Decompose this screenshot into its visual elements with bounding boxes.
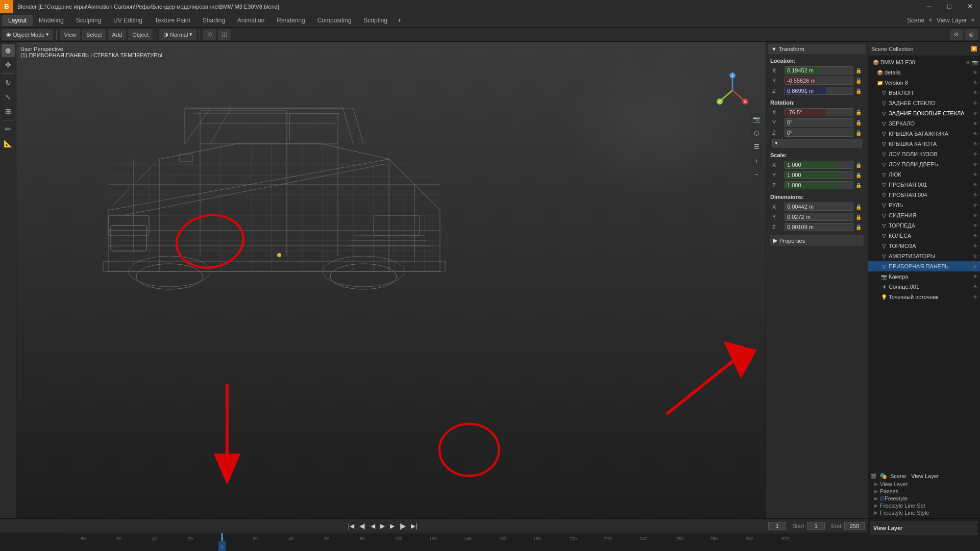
measure-tool[interactable]: 📐 xyxy=(2,137,15,150)
tab-layout[interactable]: Layout xyxy=(2,15,33,26)
view-layer-item-passes[interactable]: ▶ Passes xyxy=(870,488,978,495)
scale-y-field[interactable]: 1.000 xyxy=(785,171,853,179)
rotate-tool[interactable]: ↻ xyxy=(2,76,15,89)
outliner-item-details[interactable]: 📦 details 👁 xyxy=(868,67,980,78)
tab-modeling[interactable]: Modeling xyxy=(33,15,70,26)
move-tool[interactable]: ✥ xyxy=(2,58,15,71)
rot-z-field[interactable]: 0° xyxy=(785,129,853,137)
dim-x-field[interactable]: 0.00442 m xyxy=(785,203,853,211)
outliner-item-torpedo[interactable]: ▽ ТОРПЕДА 👁 xyxy=(868,220,980,231)
rot-y-field[interactable]: 0° xyxy=(785,118,853,127)
minimize-button[interactable]: ─ xyxy=(919,0,939,13)
outliner-item-dashboard[interactable]: ▽ ПРИБОРНАЯ ПАНЕЛЬ 👁 xyxy=(868,261,980,271)
outliner-item-suspension[interactable]: ▽ АМОРТИЗАТОРЫ 👁 xyxy=(868,251,980,261)
step-forward-button[interactable]: ▶ xyxy=(388,521,397,531)
jump-end-button[interactable]: ▶| xyxy=(409,521,419,531)
tab-rendering[interactable]: Rendering xyxy=(271,15,311,26)
freestyle-checkbox[interactable]: ☑ xyxy=(880,496,885,502)
visibility-icon-details[interactable]: 👁 xyxy=(973,70,978,76)
maximize-button[interactable]: □ xyxy=(939,0,960,13)
annotate-tool[interactable]: ✏ xyxy=(2,122,15,136)
object-mode-button[interactable]: ◉ Object Mode ▾ xyxy=(2,29,53,40)
properties-sub-header[interactable]: ▶ Properties xyxy=(770,235,864,246)
local-view-button[interactable]: ☰ xyxy=(750,141,763,153)
scale-z-field[interactable]: 1.000 xyxy=(785,181,853,189)
tab-scripting[interactable]: Scripting xyxy=(357,15,394,26)
dim-z-field[interactable]: 0.00109 m xyxy=(785,223,853,231)
outliner-item-rear-glass[interactable]: ▽ ЗАДНЕЕ СТЕКЛО 👁 xyxy=(868,98,980,108)
rot-y-lock[interactable]: 🔒 xyxy=(855,120,862,126)
transform-tool[interactable]: ⊞ xyxy=(2,105,15,118)
select-menu-button[interactable]: Select xyxy=(82,29,106,40)
cursor-tool[interactable]: ⊕ xyxy=(2,44,15,57)
prev-keyframe-button[interactable]: ◀| xyxy=(357,521,368,531)
scene-btn[interactable]: Scene xyxy=(890,473,906,479)
loc-z-field[interactable]: 0.86991 m xyxy=(785,87,853,95)
scale-y-lock[interactable]: 🔒 xyxy=(855,172,862,178)
view-layer-item-freestyle-linestyle[interactable]: ▶ Freestyle Line Style xyxy=(870,509,978,516)
dim-x-lock[interactable]: 🔒 xyxy=(855,204,862,210)
view-layer-btn[interactable]: View Layer xyxy=(911,473,939,479)
play-button[interactable]: ▶ xyxy=(378,521,387,531)
rot-z-lock[interactable]: 🔒 xyxy=(855,130,862,136)
viewport-overlay-button[interactable]: ⊡ xyxy=(203,29,216,40)
tab-shading[interactable]: Shading xyxy=(197,15,231,26)
view-layer-item-freestyle-lineset[interactable]: ▶ Freestyle Line Set xyxy=(870,502,978,509)
scale-tool[interactable]: ⤡ xyxy=(2,90,15,104)
viewport-3d[interactable]: User Perspective (1) ПРИБОРНАЯ ПАНЕЛЬ | … xyxy=(16,42,766,518)
tab-sculpting[interactable]: Sculpting xyxy=(70,15,107,26)
outliner-item-wheel[interactable]: ▽ РУЛЬ 👁 xyxy=(868,200,980,210)
close-button[interactable]: ✕ xyxy=(960,0,980,13)
tab-texture-paint[interactable]: Texture Paint xyxy=(149,15,197,26)
outliner-item-version8[interactable]: 📁 Version 8 👁 xyxy=(868,78,980,88)
scale-x-lock[interactable]: 🔒 xyxy=(855,162,862,168)
loc-x-field[interactable]: 0.19452 m xyxy=(785,66,853,74)
proportional-edit-button[interactable]: ◎ xyxy=(965,29,978,40)
outliner-item-side-glass[interactable]: ▽ ЗАДНИЕ БОКОВЫЕ СТЕКЛА 👁 xyxy=(868,108,980,118)
outliner-item-bmw[interactable]: 📦 BMW M3 E30 👁 📷 xyxy=(868,57,980,67)
view-menu-button[interactable]: View xyxy=(60,29,80,40)
outliner-filter-icon[interactable]: 🔽 xyxy=(971,46,977,52)
transform-header[interactable]: ▼ Transform xyxy=(768,44,866,54)
loc-x-lock[interactable]: 🔒 xyxy=(855,68,862,73)
start-frame-input[interactable]: 1 xyxy=(807,522,825,530)
outliner-item-seats[interactable]: ▽ СИДЕНИЯ 👁 xyxy=(868,210,980,220)
outliner-item-exhaust[interactable]: ▽ ВЫХЛОП 👁 xyxy=(868,88,980,98)
loc-y-lock[interactable]: 🔒 xyxy=(855,78,862,84)
zoom-out-button[interactable]: － xyxy=(750,168,763,181)
euler-dropdown[interactable]: ▾ xyxy=(772,139,862,147)
current-frame-input[interactable]: 1 xyxy=(768,522,786,530)
scale-z-lock[interactable]: 🔒 xyxy=(855,183,862,188)
zoom-in-button[interactable]: ＋ xyxy=(750,155,763,167)
timeline-ruler[interactable]: -80 -60 -40 -20 0 20 40 60 80 100 120 14… xyxy=(0,533,868,551)
camera-view-button[interactable]: 📷 xyxy=(750,113,763,126)
outliner-item-hood[interactable]: ▽ КРЫШКА КАПОТА 👁 xyxy=(868,139,980,149)
outliner-item-sun[interactable]: ☀ Солнце.001 👁 xyxy=(868,282,980,292)
viewport-gizmo[interactable]: Z Y X xyxy=(715,72,750,108)
object-menu-button[interactable]: Object xyxy=(128,29,153,40)
tab-animation[interactable]: Animation xyxy=(231,15,271,26)
outliner-item-camera[interactable]: 📷 Камера 👁 xyxy=(868,271,980,282)
outliner-item-trunk[interactable]: ▽ КРЫШКА БАГАЖНИКА 👁 xyxy=(868,129,980,139)
step-back-button[interactable]: ◀ xyxy=(369,521,377,531)
outliner-item-point-light[interactable]: 💡 Точечный источник 👁 xyxy=(868,292,980,302)
outliner-item-test001[interactable]: ▽ ПРОБНАЯ 001 👁 xyxy=(868,180,980,190)
view-layer-item-root[interactable]: ▶ View Layer xyxy=(870,481,978,488)
outliner-item-test004[interactable]: ▽ ПРОБНАЯ 004 👁 xyxy=(868,190,980,200)
dim-z-lock[interactable]: 🔒 xyxy=(855,224,862,230)
window-controls[interactable]: ─ □ ✕ xyxy=(919,0,980,13)
jump-start-button[interactable]: |◀ xyxy=(346,521,356,531)
end-frame-input[interactable]: 250 xyxy=(844,522,865,530)
tab-compositing[interactable]: Compositing xyxy=(311,15,358,26)
dim-y-field[interactable]: 0.0272 m xyxy=(785,213,853,221)
outliner-item-lowpoly-door[interactable]: ▽ ЛОУ ПОЛИ ДВЕРЬ 👁 xyxy=(868,159,980,169)
rot-x-field[interactable]: -76.5° xyxy=(785,108,853,116)
scale-x-field[interactable]: 1.000 xyxy=(785,161,853,169)
add-workspace-button[interactable]: + xyxy=(394,15,405,26)
dim-y-lock[interactable]: 🔒 xyxy=(855,214,862,220)
rot-x-lock[interactable]: 🔒 xyxy=(855,110,862,115)
shading-mode-button[interactable]: ◑ Normal ▾ xyxy=(159,29,197,40)
loc-y-field[interactable]: -0.55626 m xyxy=(785,77,853,85)
outliner-item-wheels[interactable]: ▽ КОЛЕСА 👁 xyxy=(868,231,980,241)
perspective-button[interactable]: ⬡ xyxy=(750,127,763,139)
